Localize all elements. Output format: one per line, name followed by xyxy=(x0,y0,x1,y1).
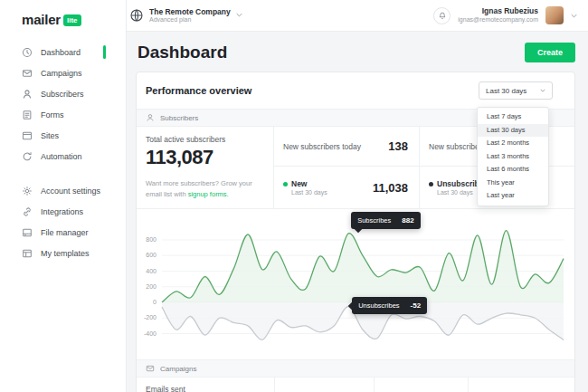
page-title: Dashboard xyxy=(138,43,227,62)
svg-text:200: 200 xyxy=(146,283,156,290)
sidebar: mailerlite DashboardCampaignsSubscribers… xyxy=(0,0,127,392)
sidebar-item-label: Campaigns xyxy=(41,69,82,78)
sidebar-item-forms[interactable]: Forms xyxy=(0,104,126,125)
sidebar-nav-main: DashboardCampaignsSubscribersFormsSitesA… xyxy=(0,42,126,167)
subscribers-hint: Want more subscribers? Grow your email l… xyxy=(146,178,264,199)
file-manager-icon xyxy=(22,227,33,238)
dropdown-option-last-2-months[interactable]: Last 2 months xyxy=(478,137,548,150)
sidebar-item-label: Forms xyxy=(41,110,64,120)
emails-sent-cell: Emails sent 7,869 xyxy=(137,378,274,392)
sidebar-item-dashboard[interactable]: Dashboard xyxy=(0,42,126,62)
new-stat-title: New xyxy=(283,179,327,188)
forms-icon xyxy=(22,110,33,120)
sidebar-item-campaigns[interactable]: Campaigns xyxy=(0,62,126,83)
svg-text:0: 0 xyxy=(153,299,156,305)
company-switcher[interactable]: The Remote Company Advanced plan xyxy=(129,7,242,24)
campaigns-icon xyxy=(146,364,155,373)
ctor-stat-cell: CTORLast 30 days33.86% xyxy=(468,378,574,392)
dark-dot-icon xyxy=(429,182,433,186)
sidebar-item-automation[interactable]: Automation xyxy=(0,146,126,167)
gear-icon xyxy=(22,186,33,196)
user-email: ignas@remotecompany.com xyxy=(458,16,538,24)
emails-sent-label: Emails sent xyxy=(146,385,265,392)
sidebar-item-label: Subscribers xyxy=(41,90,84,99)
sidebar-nav-secondary: Account settingsIntegrationsFile manager… xyxy=(0,180,126,263)
sidebar-item-label: Integrations xyxy=(41,207,83,216)
svg-text:400: 400 xyxy=(146,268,156,274)
sidebar-item-file-manager[interactable]: File manager xyxy=(0,222,126,243)
new-subscribers-today-value: 138 xyxy=(388,139,408,153)
performance-title: Performance overview xyxy=(146,85,251,96)
new-stat-sub: Last 30 days xyxy=(291,189,327,196)
sidebar-item-integrations[interactable]: Integrations xyxy=(0,201,126,222)
dropdown-option-last-year[interactable]: Last year xyxy=(478,189,548,203)
sidebar-item-sites[interactable]: Sites xyxy=(0,125,126,146)
svg-text:-200: -200 xyxy=(144,314,156,320)
user-area: Ignas Rubezius ignas@remotecompany.com xyxy=(433,6,577,24)
new-subscribers-today-cell: New subscribers today 138 xyxy=(274,127,420,167)
total-subscribers-value: 113,087 xyxy=(146,146,264,169)
subscribers-icon xyxy=(146,113,155,122)
company-meta: The Remote Company Advanced plan xyxy=(149,7,231,24)
logo[interactable]: mailerlite xyxy=(0,0,126,29)
app-window: mailerlite DashboardCampaignsSubscribers… xyxy=(0,0,588,392)
total-subscribers-cell: Total active subscribers 113,087 Want mo… xyxy=(137,127,274,208)
user-name: Ignas Rubezius xyxy=(458,6,538,16)
automation-icon xyxy=(22,151,33,162)
company-name: The Remote Company xyxy=(149,7,231,16)
sidebar-item-label: Dashboard xyxy=(41,48,81,57)
date-range-select[interactable]: Last 30 days xyxy=(479,81,553,100)
sidebar-item-label: Sites xyxy=(41,131,59,140)
sites-icon xyxy=(22,130,33,141)
create-button[interactable]: Create xyxy=(525,43,575,62)
signup-forms-link[interactable]: signup forms. xyxy=(188,190,229,198)
total-subscribers-label: Total active subscribers xyxy=(146,135,264,144)
svg-text:600: 600 xyxy=(146,252,156,258)
campaigns-section-bar: Campaigns xyxy=(137,359,574,378)
page-head: Dashboard Create xyxy=(138,43,575,62)
bell-icon xyxy=(438,11,447,21)
dropdown-option-last-6-months[interactable]: Last 6 months xyxy=(478,163,548,177)
campaigns-section-label: Campaigns xyxy=(160,365,196,373)
dropdown-option-last-30-days[interactable]: Last 30 days xyxy=(478,124,548,138)
chevron-down-icon[interactable] xyxy=(571,14,577,18)
new-stat-meta: New Last 30 days xyxy=(283,179,327,196)
sidebar-item-label: Automation xyxy=(41,152,82,161)
campaigns-stats: Emails sent 7,869 OpensLast 30 days4,200… xyxy=(137,378,574,392)
opens-stat-cell: OpensLast 30 days4,200 xyxy=(274,378,374,392)
performance-card: Performance overview Last 30 days Last 7… xyxy=(136,72,575,392)
green-dot-icon xyxy=(283,182,288,186)
dropdown-option-last-7-days[interactable]: Last 7 days xyxy=(478,110,548,124)
chart-canvas: 8006004002000-200-400 xyxy=(137,209,574,359)
date-range-dropdown: Last 7 daysLast 30 daysLast 2 monthsLast… xyxy=(477,107,549,206)
subscribers-section-label: Subscribers xyxy=(160,114,198,122)
user-meta: Ignas Rubezius ignas@remotecompany.com xyxy=(458,6,538,24)
sidebar-item-account-settings[interactable]: Account settings xyxy=(0,180,126,201)
subscribers-chart[interactable]: 8006004002000-200-400 Subscribes882 Unsu… xyxy=(137,209,574,359)
sidebar-item-my-templates[interactable]: My templates xyxy=(0,243,126,263)
sidebar-item-label: File manager xyxy=(41,228,89,237)
campaigns-icon xyxy=(22,68,33,79)
new-subscribers-today-label: New subscribers today xyxy=(283,142,361,151)
dropdown-option-last-3-months[interactable]: Last 3 months xyxy=(478,150,548,164)
topbar: The Remote Company Advanced plan Ignas R… xyxy=(127,0,588,32)
main-column: The Remote Company Advanced plan Ignas R… xyxy=(127,0,588,392)
dashboard-icon xyxy=(22,47,33,58)
sidebar-item-label: My templates xyxy=(41,249,90,258)
globe-icon xyxy=(129,8,144,23)
chevron-down-icon xyxy=(236,13,242,17)
unsubscribes-tooltip: Unsubscribes-52 xyxy=(352,297,427,314)
dropdown-option-this-year[interactable]: This year xyxy=(478,177,548,190)
new-stat-cell: New Last 30 days 11,038 xyxy=(274,167,420,208)
svg-text:800: 800 xyxy=(146,236,156,243)
notifications-button[interactable] xyxy=(433,7,450,24)
chevron-down-icon xyxy=(540,89,545,92)
clicks-stat-cell: ClicksLast 30 days1,422 xyxy=(374,378,468,392)
logo-text: mailer xyxy=(22,12,61,27)
sidebar-item-subscribers[interactable]: Subscribers xyxy=(0,83,126,104)
sidebar-item-label: Account settings xyxy=(41,186,100,196)
subscribes-tooltip: Subscribes882 xyxy=(351,212,420,229)
new-stat-value: 11,038 xyxy=(373,181,408,195)
link-icon xyxy=(22,206,33,217)
avatar xyxy=(545,6,564,24)
